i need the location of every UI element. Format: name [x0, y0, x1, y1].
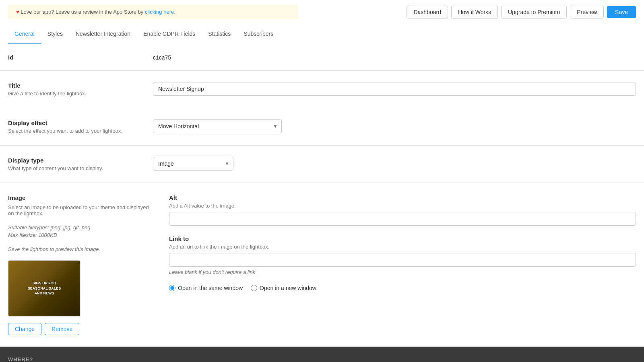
tab-styles[interactable]: Styles — [41, 24, 69, 44]
link-to-field-group: Link to Add an url to link the image on … — [169, 235, 636, 275]
title-control — [153, 82, 636, 96]
window-open-radio-group: Open in the same window Open in a new wi… — [169, 285, 636, 291]
tab-newsletter-integration[interactable]: Newsletter Integration — [69, 24, 137, 44]
link-to-label: Link to — [169, 235, 636, 242]
image-left-area: Image Select an image to be uploaded to … — [8, 194, 153, 335]
tab-general[interactable]: General — [8, 24, 41, 44]
display-type-control: Image Form HTML ▼ — [153, 157, 636, 171]
title-label-area: Title Give a title to identify the light… — [8, 82, 153, 97]
banner-suffix: . — [174, 9, 175, 15]
display-type-label: Display type — [8, 157, 153, 164]
display-type-select-wrapper: Image Form HTML ▼ — [153, 157, 233, 171]
title-input[interactable] — [153, 82, 636, 96]
display-effect-control: Move Horizontal Move Vertical Fade Zoom … — [153, 119, 636, 133]
display-type-label-area: Display type What type of content you wa… — [8, 157, 153, 171]
image-preview-text: SIGN UP FORSEASONAL SALESAND NEWS — [25, 278, 64, 299]
image-label: Image — [8, 194, 153, 201]
display-effect-select-wrapper: Move Horizontal Move Vertical Fade Zoom … — [153, 119, 282, 133]
title-description: Give a title to identify the lightbox. — [8, 90, 153, 97]
alt-field-group: Alt Add a Alt value to the image. — [169, 194, 636, 226]
upgrade-button[interactable]: Upgrade to Premium — [501, 6, 567, 19]
remove-image-button[interactable]: Remove — [45, 323, 79, 335]
image-preview: SIGN UP FORSEASONAL SALESAND NEWS — [8, 260, 80, 317]
tab-subscribers[interactable]: Subscribers — [237, 24, 280, 44]
radio-new-window-text: Open in a new window — [260, 285, 316, 291]
radio-same-window-label[interactable]: Open in the same window — [169, 285, 243, 291]
radio-same-window-text: Open in the same window — [178, 285, 243, 291]
radio-new-window-label[interactable]: Open in a new window — [251, 285, 316, 291]
image-filesize: Max filesize: 1000KB — [8, 232, 153, 238]
link-to-italic: Leave blank if you don't require a link — [169, 269, 636, 275]
alt-label: Alt — [169, 194, 636, 201]
display-effect-select[interactable]: Move Horizontal Move Vertical Fade Zoom … — [153, 119, 282, 133]
save-button[interactable]: Save — [607, 6, 636, 18]
tab-enable-gdpr-fields[interactable]: Enable GDPR Fields — [137, 24, 202, 44]
how-it-works-button[interactable]: How it Works — [451, 6, 498, 19]
tabs-bar: General Styles Newsletter Integration En… — [0, 24, 644, 44]
banner-text: Love our app? Leave us a review in the A… — [21, 9, 145, 15]
topbar-right: Dashboard How it Works Upgrade to Premiu… — [407, 6, 636, 19]
image-preview-wrapper: SIGN UP FORSEASONAL SALESAND NEWS — [8, 260, 153, 317]
title-section: Title Give a title to identify the light… — [0, 71, 644, 108]
footer-bar: WHERE? — [0, 347, 644, 362]
display-type-description: What type of content you want to display… — [8, 165, 153, 171]
display-effect-description: Select the effect you want to add to you… — [8, 128, 153, 134]
page-content: General Styles Newsletter Integration En… — [0, 24, 644, 362]
display-effect-section: Display effect Select the effect you wan… — [0, 108, 644, 146]
title-label: Title — [8, 82, 153, 89]
banner-link[interactable]: clicking here — [145, 9, 174, 15]
tab-statistics[interactable]: Statistics — [202, 24, 237, 44]
alt-input[interactable] — [169, 212, 636, 226]
image-filetypes: Suitable filetypes: jpeg, jpg, gif, png — [8, 224, 153, 230]
display-effect-label: Display effect — [8, 119, 153, 126]
alt-desc: Add a Alt value to the image. — [169, 203, 636, 209]
link-to-input[interactable] — [169, 253, 636, 267]
change-image-button[interactable]: Change — [8, 323, 41, 335]
image-placeholder: SIGN UP FORSEASONAL SALESAND NEWS — [8, 261, 80, 316]
preview-button[interactable]: Preview — [570, 6, 604, 19]
display-type-section: Display type What type of content you wa… — [0, 146, 644, 183]
link-to-desc: Add an url to link the image on the ligh… — [169, 244, 636, 250]
image-buttons: Change Remove — [8, 323, 153, 335]
radio-same-window[interactable] — [169, 285, 175, 291]
app-review-banner: ♥ Love our app? Leave us a review in the… — [8, 5, 298, 19]
image-right-area: Alt Add a Alt value to the image. Link t… — [169, 194, 636, 335]
dashboard-button[interactable]: Dashboard — [407, 6, 448, 19]
topbar: ♥ Love our app? Leave us a review in the… — [0, 0, 644, 24]
id-label: Id — [8, 54, 153, 61]
id-value: c1ca75 — [153, 54, 171, 61]
image-desc1: Select an image to be uploaded to your t… — [8, 204, 153, 216]
heart-icon: ♥ — [16, 9, 19, 15]
footer-label: WHERE? — [8, 356, 33, 362]
image-section: Image Select an image to be uploaded to … — [0, 183, 644, 347]
image-save-note: Save the lightbox to preview this image. — [8, 246, 153, 252]
id-section: Id c1ca75 — [0, 44, 644, 71]
radio-new-window[interactable] — [251, 285, 257, 291]
display-type-select[interactable]: Image Form HTML — [153, 157, 233, 171]
display-effect-label-area: Display effect Select the effect you wan… — [8, 119, 153, 134]
topbar-left: ♥ Love our app? Leave us a review in the… — [8, 5, 407, 19]
